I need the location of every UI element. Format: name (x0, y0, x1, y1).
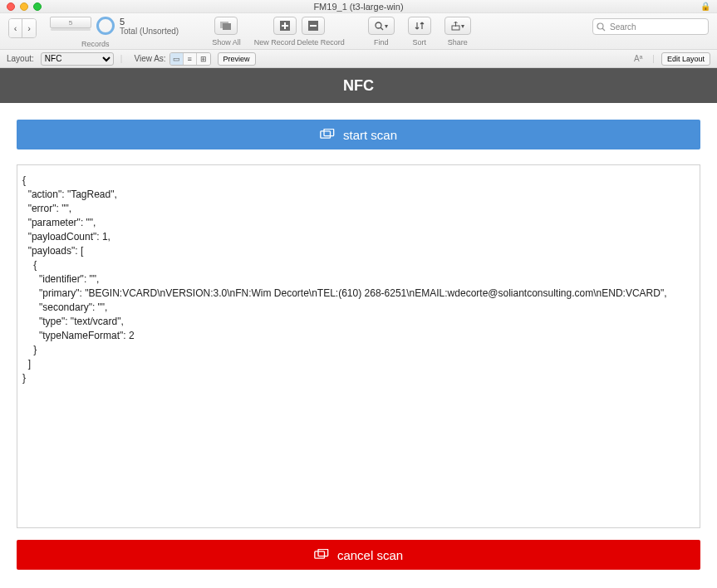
show-all-label: Show All (212, 38, 241, 47)
sort-label: Sort (412, 38, 426, 47)
records-cluster: 5 5 Total (Unsorted) (50, 17, 179, 37)
page-title: NFC (343, 77, 374, 95)
toolbar: ‹ › 5 5 Total (Unsorted) Records Show Al… (0, 13, 717, 50)
window-title: FM19_1 (t3-large-win) (0, 2, 717, 12)
viewas-label: View As: (134, 54, 165, 63)
lock-icon: 🔒 (700, 2, 710, 11)
sort-icon (415, 21, 425, 31)
prev-record-button[interactable]: ‹ (9, 19, 22, 37)
scan-icon (314, 549, 331, 561)
find-button[interactable]: ▾ (368, 17, 395, 35)
delete-record-button[interactable] (302, 17, 325, 35)
svg-rect-14 (315, 551, 325, 558)
content-area: start scan { "action": "TagRead", "error… (0, 103, 717, 586)
search-placeholder: Search (610, 22, 636, 32)
start-scan-button[interactable]: start scan (17, 120, 700, 149)
records-label: Records (81, 40, 110, 48)
svg-rect-1 (223, 23, 231, 30)
scan-icon (320, 129, 336, 140)
show-all-icon (220, 22, 232, 30)
search-icon (375, 22, 384, 31)
record-nav-arrows: ‹ › (8, 18, 37, 38)
svg-rect-6 (310, 25, 317, 27)
share-icon (451, 22, 460, 31)
svg-rect-13 (324, 129, 334, 135)
minus-icon (308, 21, 318, 31)
layout-select[interactable]: NFC (41, 52, 114, 66)
new-record-button[interactable] (273, 17, 297, 35)
next-record-button[interactable]: › (22, 19, 36, 37)
scan-result-box[interactable]: { "action": "TagRead", "error": "", "par… (17, 164, 700, 528)
record-pie-icon (96, 17, 115, 35)
layout-label: Layout: (7, 54, 34, 63)
preview-button[interactable]: Preview (218, 52, 256, 66)
window-titlebar: FM19_1 (t3-large-win) 🔒 (0, 0, 717, 13)
text-format-icon[interactable]: Aª (634, 54, 642, 63)
svg-point-7 (376, 22, 381, 28)
view-list-button[interactable]: ≡ (184, 53, 197, 65)
total-status: Total (Unsorted) (120, 27, 179, 37)
find-label: Find (374, 38, 389, 47)
svg-rect-4 (282, 25, 288, 27)
svg-rect-12 (321, 131, 331, 138)
svg-rect-15 (318, 549, 328, 556)
share-button[interactable]: ▾ (444, 17, 471, 35)
delete-record-label: Delete Record (297, 38, 345, 47)
start-scan-label: start scan (343, 128, 397, 142)
svg-line-11 (602, 28, 605, 31)
page-header: NFC (0, 68, 717, 103)
view-mode-switcher: ▭ ≡ ⊞ (169, 52, 211, 66)
view-form-button[interactable]: ▭ (170, 53, 184, 65)
total-count: 5 (120, 17, 179, 27)
view-table-button[interactable]: ⊞ (197, 53, 210, 65)
search-input[interactable]: Search (592, 18, 709, 35)
layout-bar: Layout: NFC | View As: ▭ ≡ ⊞ Preview Aª … (0, 50, 717, 68)
plus-icon (280, 21, 290, 31)
search-icon (597, 22, 606, 32)
sort-button[interactable] (408, 17, 431, 35)
svg-line-8 (381, 27, 383, 30)
record-slider[interactable]: 5 (50, 17, 91, 28)
share-label: Share (448, 38, 468, 47)
show-all-button[interactable] (214, 17, 238, 35)
edit-layout-button[interactable]: Edit Layout (661, 52, 710, 66)
svg-point-10 (597, 23, 603, 29)
new-record-label: New Record (254, 38, 296, 47)
cancel-scan-label: cancel scan (337, 548, 403, 562)
cancel-scan-button[interactable]: cancel scan (17, 540, 700, 570)
